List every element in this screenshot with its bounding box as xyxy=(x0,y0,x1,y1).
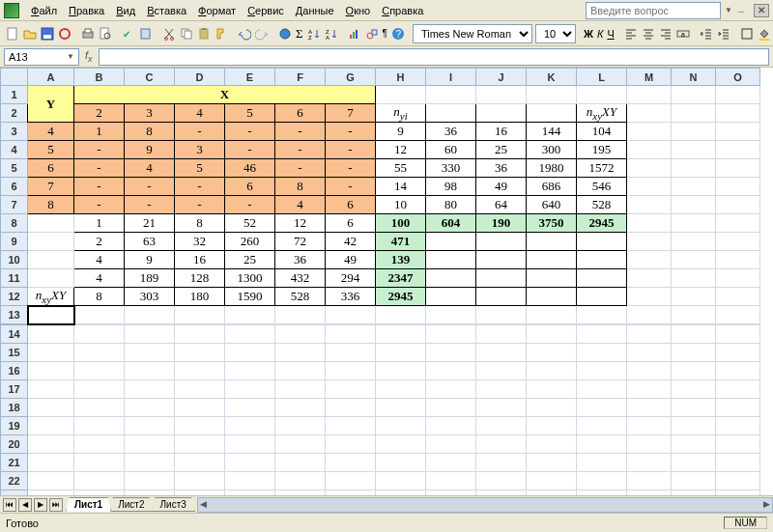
row-header[interactable]: 4 xyxy=(1,141,28,159)
menu-insert[interactable]: Вставка xyxy=(141,3,192,18)
help-icon[interactable]: ? xyxy=(390,23,406,44)
italic-button[interactable]: К xyxy=(596,23,604,44)
horizontal-scrollbar[interactable]: ◀ ▶ xyxy=(197,497,773,513)
row-header[interactable]: 12 xyxy=(1,288,28,306)
col-header[interactable]: E xyxy=(225,69,275,86)
row-header[interactable]: 20 xyxy=(1,435,28,454)
col-header[interactable]: D xyxy=(175,69,225,86)
row-header[interactable]: 6 xyxy=(1,178,28,196)
redo-icon[interactable] xyxy=(254,23,270,44)
align-left-icon[interactable] xyxy=(623,23,639,44)
row-header[interactable]: 19 xyxy=(1,417,28,435)
fx-icon[interactable]: fx xyxy=(85,49,93,64)
permission-icon[interactable] xyxy=(57,23,72,44)
row-header[interactable]: 2 xyxy=(1,104,28,123)
sort-asc-icon[interactable]: AZ xyxy=(306,23,322,44)
new-icon[interactable] xyxy=(5,23,20,44)
row-header[interactable]: 8 xyxy=(1,214,28,233)
format-painter-icon[interactable] xyxy=(214,23,229,44)
row-header[interactable]: 10 xyxy=(1,251,28,269)
row-header[interactable]: 7 xyxy=(1,196,28,214)
active-cell[interactable] xyxy=(28,306,74,324)
menu-edit[interactable]: Правка xyxy=(63,3,110,18)
spelling-icon[interactable]: ✔ xyxy=(121,23,136,44)
menu-data[interactable]: Данные xyxy=(290,3,340,18)
spreadsheet-grid[interactable]: A B C D E F G H I J K L M N O 1 Y X 2 2 … xyxy=(0,68,773,496)
save-icon[interactable] xyxy=(40,23,55,44)
research-icon[interactable] xyxy=(138,23,154,44)
tab-nav-last-icon[interactable]: ⏭ xyxy=(49,498,63,512)
menu-window[interactable]: Окно xyxy=(340,3,377,18)
bold-button[interactable]: Ж xyxy=(583,23,594,44)
ask-dropdown-icon[interactable]: ▼ xyxy=(725,6,732,14)
indent-decrease-icon[interactable] xyxy=(699,23,714,44)
hyperlink-icon[interactable] xyxy=(277,23,293,44)
chart-wizard-icon[interactable] xyxy=(347,23,362,44)
row-header[interactable]: 14 xyxy=(1,325,28,344)
menu-format[interactable]: Формат xyxy=(192,3,242,18)
sheet-tab[interactable]: Лист1 xyxy=(66,497,111,512)
col-header[interactable]: C xyxy=(125,69,175,86)
align-center-icon[interactable] xyxy=(641,23,656,44)
align-right-icon[interactable] xyxy=(658,23,673,44)
undo-icon[interactable] xyxy=(237,23,252,44)
row-header[interactable]: 5 xyxy=(1,159,28,178)
tab-nav-next-icon[interactable]: ▶ xyxy=(34,498,47,512)
drawing-icon[interactable] xyxy=(364,23,380,44)
col-header[interactable]: G xyxy=(326,69,376,86)
print-icon[interactable] xyxy=(80,23,96,44)
col-header[interactable]: F xyxy=(275,69,326,86)
indent-increase-icon[interactable] xyxy=(716,23,731,44)
col-header[interactable]: M xyxy=(627,69,672,86)
copy-icon[interactable] xyxy=(179,23,194,44)
row-header[interactable]: 21 xyxy=(1,454,28,472)
col-header[interactable]: O xyxy=(716,69,760,86)
tab-nav-prev-icon[interactable]: ◀ xyxy=(18,498,32,512)
fill-color-icon[interactable] xyxy=(757,23,772,44)
ask-a-question-input[interactable] xyxy=(586,2,721,19)
merge-center-icon[interactable]: a xyxy=(675,23,691,44)
menu-tools[interactable]: Сервис xyxy=(242,3,290,18)
row-header[interactable]: 1 xyxy=(1,86,28,104)
row-header[interactable]: 13 xyxy=(1,306,28,324)
col-header[interactable]: A xyxy=(28,69,74,86)
open-icon[interactable] xyxy=(22,23,38,44)
menu-view[interactable]: Вид xyxy=(110,3,141,18)
paste-icon[interactable] xyxy=(196,23,212,44)
close-workbook-button[interactable]: ✕ xyxy=(754,4,769,17)
print-preview-icon[interactable] xyxy=(98,23,113,44)
row-header[interactable]: 9 xyxy=(1,233,28,251)
select-all-corner[interactable] xyxy=(1,69,28,86)
zoom-icon[interactable]: ¶ xyxy=(382,23,388,44)
cell-X-header[interactable]: X xyxy=(74,86,376,104)
name-box-dropdown-icon[interactable]: ▼ xyxy=(67,52,74,61)
cell-Y-header[interactable]: Y xyxy=(28,86,74,123)
font-size-select[interactable]: 10 xyxy=(535,24,576,43)
row-header[interactable]: 15 xyxy=(1,344,28,362)
col-header[interactable]: L xyxy=(577,69,627,86)
font-name-select[interactable]: Times New Roman xyxy=(413,24,532,43)
sheet-tab[interactable]: Лист2 xyxy=(109,497,153,512)
row-header[interactable]: 11 xyxy=(1,269,28,288)
row-header[interactable]: 16 xyxy=(1,362,28,380)
name-box[interactable]: A13 ▼ xyxy=(4,48,79,66)
autosum-icon[interactable]: Σ xyxy=(295,23,304,44)
row-header[interactable]: 23 xyxy=(1,490,28,497)
sort-desc-icon[interactable]: ZA xyxy=(324,23,339,44)
tab-nav-first-icon[interactable]: ⏮ xyxy=(3,498,16,512)
row-header[interactable]: 22 xyxy=(1,472,28,490)
sheet-tab[interactable]: Лист3 xyxy=(151,497,194,512)
row-header[interactable]: 3 xyxy=(1,123,28,141)
menu-file[interactable]: Файл xyxy=(25,3,63,18)
col-header[interactable]: I xyxy=(426,69,476,86)
cut-icon[interactable] xyxy=(161,23,177,44)
underline-button[interactable]: Ч xyxy=(606,23,615,44)
borders-icon[interactable] xyxy=(739,23,755,44)
row-header[interactable]: 18 xyxy=(1,399,28,417)
col-header[interactable]: J xyxy=(476,69,527,86)
col-header[interactable]: H xyxy=(376,69,426,86)
formula-bar[interactable] xyxy=(99,48,769,66)
menu-help[interactable]: Справка xyxy=(376,3,429,18)
row-header[interactable]: 17 xyxy=(1,380,28,399)
col-header[interactable]: K xyxy=(527,69,577,86)
